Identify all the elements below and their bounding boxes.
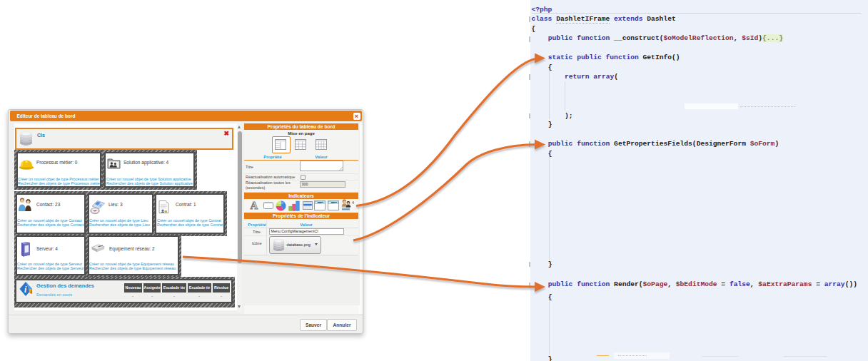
svg-text:A: A <box>251 200 258 210</box>
